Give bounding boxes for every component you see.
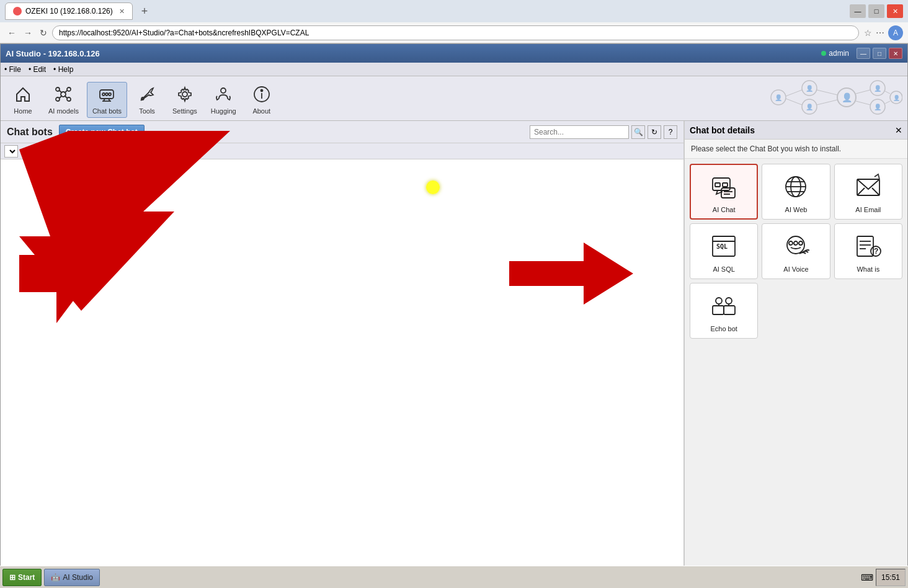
help-button[interactable]: ?	[664, 125, 677, 139]
search-input[interactable]	[530, 125, 629, 139]
svg-line-37	[786, 99, 802, 105]
forward-button[interactable]: →	[21, 27, 35, 39]
app-maximize-btn[interactable]: □	[873, 48, 886, 59]
bot-card-ai-voice[interactable]: AI Voice	[762, 223, 830, 279]
bot-card-label-ai-email: AI Email	[855, 206, 881, 213]
back-button[interactable]: ←	[5, 27, 19, 39]
svg-line-57	[872, 188, 879, 195]
menu-edit[interactable]: • Edit	[29, 65, 46, 74]
svg-line-42	[885, 91, 890, 94]
new-tab-button[interactable]: +	[138, 4, 152, 19]
app-close-btn[interactable]: ✕	[889, 48, 902, 59]
svg-rect-72	[713, 306, 724, 314]
svg-point-21	[260, 90, 262, 92]
svg-point-2	[67, 87, 71, 91]
svg-rect-46	[723, 183, 728, 187]
refresh-list-button[interactable]: ↻	[648, 125, 661, 139]
tools-label: Tools	[139, 107, 155, 115]
ai-models-icon	[54, 85, 73, 106]
admin-badge: admin	[821, 49, 849, 58]
list-filter-dropdown[interactable]	[4, 145, 18, 158]
ai-email-icon	[855, 173, 882, 203]
list-toolbar	[1, 143, 683, 159]
bookmark-icon[interactable]: ☆	[864, 28, 872, 38]
what-is-icon: ?	[855, 233, 882, 263]
tools-icon	[138, 85, 156, 106]
taskbar-ai-studio[interactable]: 🤖 AI Studio	[44, 569, 100, 586]
toolbar-tools[interactable]: Tools	[130, 82, 164, 118]
toolbar-about[interactable]: About	[244, 82, 279, 118]
bot-card-label-ai-chat: AI Chat	[713, 206, 736, 213]
browser-close-btn[interactable]: ✕	[887, 4, 903, 18]
toolbar-ai-models[interactable]: AI models	[43, 82, 84, 118]
search-button[interactable]: 🔍	[631, 125, 645, 139]
toolbar-chat-bots[interactable]: Chat bots	[87, 82, 127, 118]
bot-card-ai-email[interactable]: AI Email	[834, 164, 902, 220]
start-button[interactable]: ⊞ Start	[2, 569, 42, 586]
menu-file[interactable]: • File	[4, 65, 21, 74]
create-new-chatbot-button[interactable]: Create new Chat bot	[59, 125, 145, 140]
browser-minimize-btn[interactable]: —	[850, 4, 866, 18]
browser-win-controls: — □ ✕	[850, 4, 903, 18]
taskbar-app-icon: 🤖	[51, 573, 60, 582]
app-window: AI Studio - 192.168.0.126 admin — □ ✕ • …	[0, 43, 908, 588]
start-label: Start	[18, 573, 35, 582]
bot-card-label-what-is: What is	[857, 265, 879, 273]
app-win-controls: — □ ✕	[857, 48, 902, 59]
tab-close-btn[interactable]: ✕	[119, 7, 125, 16]
network-diagram: 👤 👤 👤 👤 👤 👤 👤	[766, 79, 902, 118]
svg-point-64	[799, 241, 803, 245]
details-close-button[interactable]: ✕	[895, 125, 902, 135]
toolbar-home[interactable]: Home	[6, 82, 40, 118]
bot-card-label-ai-web: AI Web	[785, 206, 808, 213]
app-minimize-btn[interactable]: —	[857, 48, 870, 59]
svg-line-36	[786, 90, 802, 96]
browser-maximize-btn[interactable]: □	[868, 4, 884, 18]
svg-point-71	[716, 298, 722, 304]
bot-card-label-echo-bot: Echo bot	[710, 325, 737, 332]
ai-sql-icon: SQL	[710, 233, 737, 263]
toolbar-settings[interactable]: Settings	[167, 82, 203, 118]
ai-voice-icon	[782, 233, 809, 263]
profile-button[interactable]: A	[888, 25, 903, 40]
address-bar-icons: ☆ ⋯ A	[864, 25, 903, 40]
bot-card-echo-bot[interactable]: Echo bot	[690, 283, 758, 339]
ai-chat-icon	[710, 173, 737, 203]
menu-help[interactable]: • Help	[53, 65, 73, 74]
svg-line-38	[817, 90, 837, 95]
refresh-button[interactable]: ↻	[37, 27, 50, 39]
svg-point-12	[109, 93, 111, 96]
taskbar-app-label: AI Studio	[63, 573, 93, 582]
echo-bot-icon	[710, 292, 737, 323]
address-input[interactable]	[52, 25, 859, 40]
svg-point-63	[794, 241, 798, 245]
svg-rect-45	[715, 183, 720, 187]
bot-grid: AI Chat AI Web	[685, 159, 907, 344]
svg-line-56	[857, 188, 865, 195]
settings-label: Settings	[172, 107, 197, 115]
svg-point-4	[67, 97, 71, 101]
settings-icon	[176, 85, 194, 106]
toolbar-hugging[interactable]: Hugging	[205, 82, 242, 118]
svg-point-74	[726, 298, 732, 304]
ai-models-label: AI models	[48, 107, 79, 115]
app-menubar: • File • Edit • Help	[1, 63, 907, 76]
search-area: 🔍 ↻ ?	[530, 125, 677, 139]
svg-text:👤: 👤	[775, 94, 783, 102]
svg-point-18	[221, 88, 226, 93]
bot-card-ai-chat[interactable]: AI Chat	[690, 164, 758, 220]
bot-card-ai-web[interactable]: AI Web	[762, 164, 830, 220]
search-icon: 🔍	[634, 128, 643, 136]
svg-text:👤: 👤	[806, 103, 814, 111]
tab-favicon	[13, 7, 22, 16]
start-icon: ⊞	[9, 573, 16, 582]
bot-card-what-is[interactable]: ? What is	[834, 223, 902, 279]
svg-point-1	[56, 87, 60, 91]
admin-label: admin	[829, 49, 849, 58]
help-icon: ?	[669, 128, 673, 136]
extensions-icon[interactable]: ⋯	[876, 28, 884, 38]
browser-title-bar: OZEKI 10 (192.168.0.126) ✕ + — □ ✕	[0, 0, 908, 22]
taskbar-tray: ⌨ 15:51	[861, 569, 906, 586]
browser-tab[interactable]: OZEKI 10 (192.168.0.126) ✕	[5, 2, 133, 20]
bot-card-ai-sql[interactable]: SQL AI SQL	[690, 223, 758, 279]
